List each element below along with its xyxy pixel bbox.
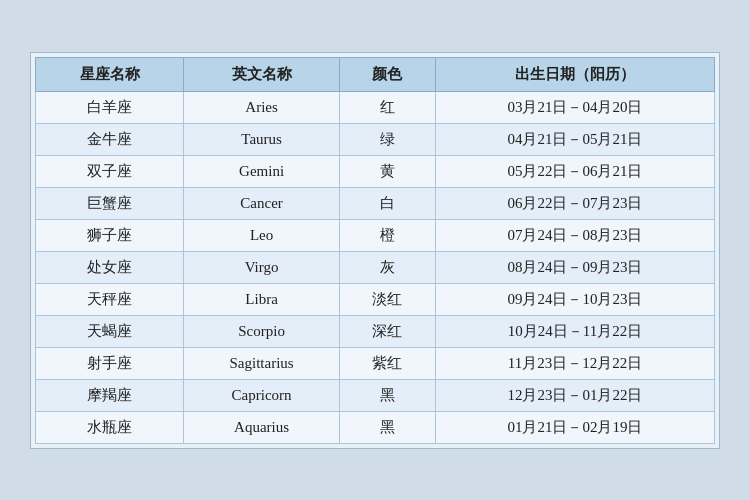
table-row: 射手座Sagittarius紫红11月23日－12月22日 <box>36 347 715 379</box>
cell-1-3: 04月21日－05月21日 <box>435 123 714 155</box>
cell-2-0: 双子座 <box>36 155 184 187</box>
table-row: 处女座Virgo灰08月24日－09月23日 <box>36 251 715 283</box>
cell-7-3: 10月24日－11月22日 <box>435 315 714 347</box>
cell-4-1: Leo <box>184 219 340 251</box>
cell-8-0: 射手座 <box>36 347 184 379</box>
zodiac-table: 星座名称 英文名称 颜色 出生日期（阳历） 白羊座Aries红03月21日－04… <box>35 57 715 444</box>
cell-9-3: 12月23日－01月22日 <box>435 379 714 411</box>
header-dates: 出生日期（阳历） <box>435 57 714 91</box>
cell-2-1: Gemini <box>184 155 340 187</box>
table-header-row: 星座名称 英文名称 颜色 出生日期（阳历） <box>36 57 715 91</box>
cell-6-2: 淡红 <box>339 283 435 315</box>
table-row: 狮子座Leo橙07月24日－08月23日 <box>36 219 715 251</box>
cell-3-0: 巨蟹座 <box>36 187 184 219</box>
table-row: 金牛座Taurus绿04月21日－05月21日 <box>36 123 715 155</box>
cell-8-3: 11月23日－12月22日 <box>435 347 714 379</box>
cell-7-2: 深红 <box>339 315 435 347</box>
cell-2-3: 05月22日－06月21日 <box>435 155 714 187</box>
cell-6-0: 天秤座 <box>36 283 184 315</box>
cell-5-1: Virgo <box>184 251 340 283</box>
header-zh-name: 星座名称 <box>36 57 184 91</box>
cell-8-1: Sagittarius <box>184 347 340 379</box>
cell-3-3: 06月22日－07月23日 <box>435 187 714 219</box>
cell-9-2: 黑 <box>339 379 435 411</box>
cell-3-1: Cancer <box>184 187 340 219</box>
cell-8-2: 紫红 <box>339 347 435 379</box>
cell-10-2: 黑 <box>339 411 435 443</box>
zodiac-table-wrapper: 星座名称 英文名称 颜色 出生日期（阳历） 白羊座Aries红03月21日－04… <box>30 52 720 449</box>
cell-10-0: 水瓶座 <box>36 411 184 443</box>
cell-3-2: 白 <box>339 187 435 219</box>
cell-5-0: 处女座 <box>36 251 184 283</box>
cell-0-3: 03月21日－04月20日 <box>435 91 714 123</box>
table-row: 天蝎座Scorpio深红10月24日－11月22日 <box>36 315 715 347</box>
header-color: 颜色 <box>339 57 435 91</box>
cell-9-0: 摩羯座 <box>36 379 184 411</box>
cell-1-2: 绿 <box>339 123 435 155</box>
cell-10-3: 01月21日－02月19日 <box>435 411 714 443</box>
cell-4-3: 07月24日－08月23日 <box>435 219 714 251</box>
table-row: 天秤座Libra淡红09月24日－10月23日 <box>36 283 715 315</box>
cell-5-3: 08月24日－09月23日 <box>435 251 714 283</box>
cell-6-1: Libra <box>184 283 340 315</box>
table-row: 双子座Gemini黄05月22日－06月21日 <box>36 155 715 187</box>
cell-0-2: 红 <box>339 91 435 123</box>
table-row: 摩羯座Capricorn黑12月23日－01月22日 <box>36 379 715 411</box>
cell-0-0: 白羊座 <box>36 91 184 123</box>
cell-7-0: 天蝎座 <box>36 315 184 347</box>
table-row: 水瓶座Aquarius黑01月21日－02月19日 <box>36 411 715 443</box>
cell-4-0: 狮子座 <box>36 219 184 251</box>
cell-6-3: 09月24日－10月23日 <box>435 283 714 315</box>
table-row: 白羊座Aries红03月21日－04月20日 <box>36 91 715 123</box>
cell-2-2: 黄 <box>339 155 435 187</box>
cell-1-0: 金牛座 <box>36 123 184 155</box>
cell-1-1: Taurus <box>184 123 340 155</box>
cell-0-1: Aries <box>184 91 340 123</box>
cell-5-2: 灰 <box>339 251 435 283</box>
cell-7-1: Scorpio <box>184 315 340 347</box>
table-row: 巨蟹座Cancer白06月22日－07月23日 <box>36 187 715 219</box>
cell-10-1: Aquarius <box>184 411 340 443</box>
cell-4-2: 橙 <box>339 219 435 251</box>
header-en-name: 英文名称 <box>184 57 340 91</box>
cell-9-1: Capricorn <box>184 379 340 411</box>
